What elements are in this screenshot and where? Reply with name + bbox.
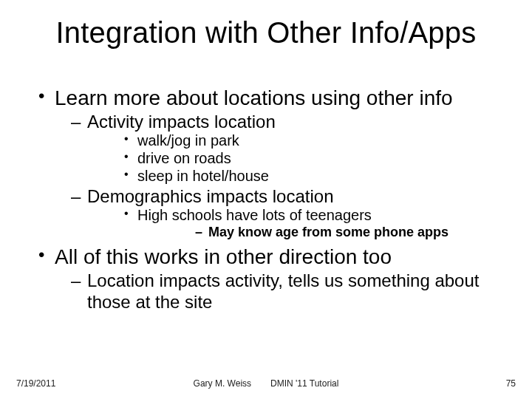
bullet-text: Demographics impacts location xyxy=(87,186,333,206)
bullet-text: High schools have lots of teenagers xyxy=(137,207,372,223)
bullet-text: Location impacts activity, tells us some… xyxy=(87,270,479,311)
bullet-text: All of this works in other direction too xyxy=(55,245,392,268)
bullet-text: walk/jog in park xyxy=(137,132,239,149)
footer-venue: DMIN '11 Tutorial xyxy=(270,378,338,389)
bullet-l4: May know age from some phone apps xyxy=(137,225,504,240)
bullet-l3: walk/jog in park xyxy=(87,132,504,150)
footer-author: Gary M. Weiss xyxy=(194,378,251,389)
bullet-list-level2: Activity impacts location walk/jog in pa… xyxy=(55,112,504,240)
bullet-text: drive on roads xyxy=(137,150,231,166)
bullet-list-level1: Learn more about locations using other i… xyxy=(37,86,504,313)
bullet-l3: drive on roads xyxy=(87,150,504,168)
bullet-l1: All of this works in other direction too… xyxy=(37,245,504,313)
bullet-l2: Location impacts activity, tells us some… xyxy=(55,270,504,313)
bullet-text: sleep in hotel/house xyxy=(137,168,269,184)
bullet-text: Activity impacts location xyxy=(87,112,276,132)
footer-center: Gary M. WeissDMIN '11 Tutorial xyxy=(0,378,532,389)
bullet-l2: Demographics impacts location High schoo… xyxy=(55,186,504,240)
bullet-list-level4: May know age from some phone apps xyxy=(137,225,504,240)
slide-footer: 7/19/2011 Gary M. WeissDMIN '11 Tutorial… xyxy=(0,374,532,389)
bullet-l2: Activity impacts location walk/jog in pa… xyxy=(55,112,504,185)
slide: Integration with Other Info/Apps Learn m… xyxy=(0,0,532,399)
bullet-list-level3: walk/jog in park drive on roads sleep in… xyxy=(87,132,504,185)
slide-title: Integration with Other Info/Apps xyxy=(0,16,532,50)
slide-body: Learn more about locations using other i… xyxy=(37,86,504,313)
bullet-list-level3: High schools have lots of teenagers May … xyxy=(87,207,504,240)
bullet-list-level2: Location impacts activity, tells us some… xyxy=(55,270,504,313)
bullet-l3: sleep in hotel/house xyxy=(87,168,504,185)
bullet-l1: Learn more about locations using other i… xyxy=(37,86,504,240)
bullet-text: Learn more about locations using other i… xyxy=(55,86,453,109)
footer-page-number: 75 xyxy=(506,378,516,389)
bullet-l3: High schools have lots of teenagers May … xyxy=(87,207,504,240)
bullet-text: May know age from some phone apps xyxy=(208,225,449,239)
